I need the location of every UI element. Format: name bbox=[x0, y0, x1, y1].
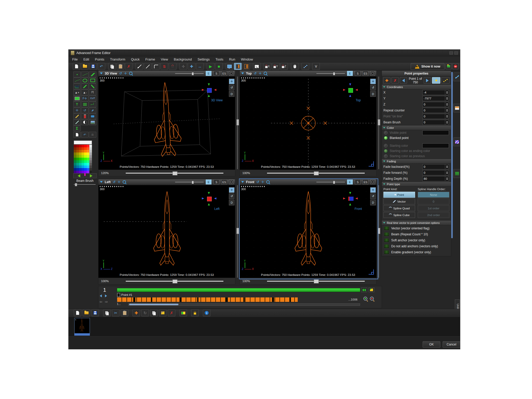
draw-edit-tool[interactable] bbox=[89, 83, 96, 89]
select-mode-button[interactable]: S bbox=[214, 179, 219, 184]
y-input[interactable]: -7977 bbox=[422, 96, 449, 101]
projection-zone-button[interactable] bbox=[445, 63, 452, 69]
graph-button[interactable] bbox=[253, 63, 261, 70]
palette-swatch[interactable] bbox=[87, 165, 89, 168]
show-frames-button[interactable] bbox=[361, 288, 367, 292]
rotate-view-icon[interactable]: ↺ bbox=[256, 180, 259, 184]
palette-swatch[interactable] bbox=[74, 171, 76, 173]
point-mode-button[interactable] bbox=[432, 77, 440, 84]
palette-swatch[interactable] bbox=[74, 155, 76, 158]
tab-brush[interactable] bbox=[453, 104, 460, 112]
fading-depth-input[interactable]: 80 bbox=[422, 176, 449, 181]
export-tool[interactable]: ⬈ bbox=[89, 107, 96, 113]
paint-tool[interactable] bbox=[73, 113, 81, 119]
palette-swatch[interactable] bbox=[76, 152, 79, 155]
next-point-button[interactable] bbox=[424, 77, 431, 84]
order-first-button[interactable]: 1st order bbox=[418, 205, 449, 211]
frame-add-tool[interactable]: F✛ bbox=[81, 95, 89, 101]
sum-tool[interactable]: Σ bbox=[73, 125, 81, 131]
select-mode-button[interactable]: S bbox=[355, 179, 361, 184]
palette-swatch[interactable] bbox=[82, 168, 84, 171]
point-segments-bar[interactable] bbox=[117, 297, 298, 302]
pan-view-icon[interactable]: ✛ bbox=[261, 180, 264, 184]
palette-swatch[interactable] bbox=[79, 145, 82, 147]
on-line-spinner[interactable] bbox=[445, 114, 449, 119]
frame-flag-button[interactable] bbox=[179, 309, 187, 316]
kind-spline-quad-button[interactable]: Spline Quad bbox=[383, 205, 415, 211]
window-minimize-icon[interactable] bbox=[449, 51, 453, 55]
x-input[interactable]: -4 bbox=[422, 90, 449, 95]
timeline-scrollbar[interactable] bbox=[128, 303, 360, 306]
palette-swatch[interactable] bbox=[84, 165, 87, 168]
draw-polyline-tool[interactable] bbox=[152, 63, 160, 70]
next-frame-button[interactable] bbox=[105, 294, 107, 297]
section-realtime-options[interactable]: Real time vector to point conversion opt… bbox=[382, 220, 451, 225]
tab-point-edit[interactable] bbox=[453, 72, 460, 81]
frame-cut-button[interactable]: ✂ bbox=[112, 309, 119, 316]
menu-background[interactable]: Background bbox=[174, 57, 192, 61]
copy-button[interactable] bbox=[108, 63, 116, 70]
vector-path-button[interactable] bbox=[302, 63, 309, 70]
visible-point-radio[interactable] bbox=[384, 131, 388, 135]
palette-swatch[interactable] bbox=[79, 168, 82, 171]
mini-depth-button[interactable]: D bbox=[370, 200, 376, 205]
maximize-pane-button[interactable] bbox=[370, 71, 375, 76]
window-close-icon[interactable] bbox=[454, 51, 458, 55]
palette-swatch[interactable] bbox=[74, 163, 76, 165]
h-scrollbar[interactable] bbox=[126, 173, 223, 174]
no-anchors-checkbox[interactable] bbox=[384, 244, 389, 248]
frame-copy-button[interactable] bbox=[103, 309, 111, 316]
frame-new-button[interactable] bbox=[74, 309, 81, 316]
line-tool[interactable] bbox=[89, 71, 96, 77]
canvas-left-view[interactable]: 300 Left ✛ ↺ D Y X Z Po bbox=[98, 185, 235, 278]
fade-forward-input[interactable]: 0 bbox=[422, 170, 449, 175]
edit-select-mode-button[interactable]: ES bbox=[363, 71, 368, 76]
mini-depth-button[interactable]: D bbox=[229, 91, 235, 97]
repeat-spinner[interactable] bbox=[445, 108, 449, 113]
h-scroll-thumb[interactable] bbox=[314, 171, 319, 175]
palette-swatch[interactable] bbox=[84, 171, 87, 173]
view-dropdown-icon[interactable] bbox=[241, 72, 244, 74]
palette-swatch[interactable] bbox=[89, 150, 92, 152]
mini-move-button[interactable]: ✛ bbox=[370, 79, 376, 84]
rotate-view-icon[interactable]: ↺ bbox=[113, 180, 116, 184]
section-point-type[interactable]: Point type bbox=[382, 182, 451, 187]
y-spinner[interactable] bbox=[445, 96, 449, 101]
view-slider[interactable] bbox=[316, 73, 345, 74]
palette-swatch[interactable] bbox=[89, 147, 92, 150]
point-on-line-input[interactable]: 0 bbox=[422, 114, 449, 119]
palette-swatch[interactable] bbox=[74, 168, 76, 171]
h-scrollbar[interactable] bbox=[267, 173, 365, 174]
edit-mode-button[interactable]: E bbox=[206, 179, 211, 184]
show-it-now-button[interactable]: Show it now bbox=[411, 63, 444, 70]
mini-rotate-button[interactable]: ↺ bbox=[229, 194, 235, 199]
timeline-scroll-thumb[interactable] bbox=[129, 304, 178, 305]
mini-depth-button[interactable]: D bbox=[229, 200, 235, 205]
palette-swatch[interactable] bbox=[89, 160, 92, 163]
laser-off-button[interactable] bbox=[452, 63, 458, 69]
palette-swatch[interactable] bbox=[84, 150, 87, 152]
frame-rotate-button[interactable]: ↻ bbox=[141, 309, 149, 316]
repeat-counter-input[interactable]: 0 bbox=[422, 108, 449, 113]
menu-file[interactable]: File bbox=[72, 57, 78, 61]
frame-tool[interactable] bbox=[73, 95, 81, 101]
palette-swatch[interactable] bbox=[79, 165, 82, 168]
beam-brush-input[interactable]: 0 bbox=[422, 120, 449, 125]
frame-add-button[interactable]: ✚ bbox=[132, 309, 140, 316]
eyedropper-tool[interactable] bbox=[73, 119, 81, 125]
palette-prev-button[interactable] bbox=[73, 173, 84, 178]
delete-button[interactable]: ✗ bbox=[125, 63, 132, 70]
cut-tool[interactable]: CUT bbox=[89, 95, 96, 101]
menu-transform[interactable]: Transform bbox=[110, 57, 125, 61]
v-slider-bottom-mid[interactable] bbox=[236, 185, 239, 278]
palette-swatch[interactable] bbox=[76, 171, 79, 173]
palette-swatch[interactable] bbox=[74, 160, 76, 163]
rotate-view-icon[interactable]: ↺ bbox=[254, 72, 257, 75]
starting-color-radio[interactable] bbox=[384, 144, 388, 148]
menu-settings[interactable]: Settings bbox=[197, 57, 210, 61]
palette-swatch[interactable] bbox=[79, 152, 82, 155]
ellipse-tool[interactable] bbox=[81, 77, 89, 83]
layout-1-button[interactable] bbox=[234, 63, 242, 70]
view-slider-thumb[interactable] bbox=[192, 72, 194, 75]
pan-view-icon[interactable]: ✛ bbox=[259, 72, 262, 75]
